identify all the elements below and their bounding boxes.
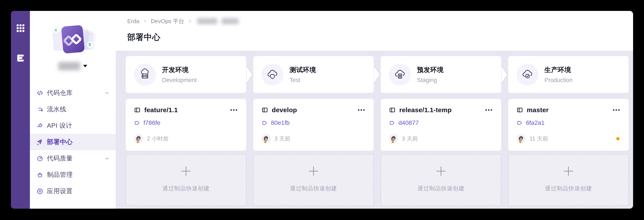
sidebar-item[interactable]: 应用设置	[30, 183, 116, 199]
ellipsis-icon	[612, 109, 620, 111]
quick-create-label: 通过制品快速创建	[290, 185, 337, 192]
last-deploy-time: 3 天前	[274, 135, 358, 142]
tag-icon	[262, 120, 268, 126]
sidebar-item-label: API 设计	[47, 121, 101, 130]
env-title: 预发环境	[417, 66, 444, 74]
deployment-card[interactable]: master 6fa2a1	[508, 99, 629, 151]
cloud-document-icon	[394, 68, 406, 81]
plug-icon	[36, 122, 44, 129]
env-card-production: 生产环境 Production	[508, 56, 629, 93]
cloud-shield-icon	[266, 68, 279, 81]
erda-logo	[30, 20, 116, 58]
sidebar-item[interactable]: 部署中心	[30, 134, 116, 150]
project-name-redacted	[58, 62, 80, 70]
breadcrumb-item-redacted[interactable]	[197, 18, 217, 24]
tag-icon	[516, 120, 522, 126]
app-grid-button[interactable]	[16, 24, 25, 32]
env-icon-circle	[134, 64, 156, 86]
commit-hash-link[interactable]: d40877	[398, 120, 419, 126]
app-window-icon	[516, 107, 523, 113]
quick-create-row: 通过制品快速创建 通过制品快速创建 通过制品快速创建 通过制品快速创建	[126, 154, 629, 206]
sidebar-item[interactable]: API 设计	[30, 118, 116, 134]
breadcrumb-item-devops[interactable]: DevOps 平台	[151, 18, 184, 25]
last-deploy-time: 11 天前	[530, 135, 612, 142]
content: 开发环境 Development 测试环境	[116, 51, 633, 209]
deployment-card[interactable]: release/1.1-temp d40877	[381, 99, 501, 151]
basket-icon	[36, 171, 44, 178]
env-title: 生产环境	[544, 66, 572, 74]
plus-icon	[436, 166, 446, 176]
env-icon-circle	[516, 64, 538, 86]
page-header: Erda DevOps 平台 部署中心	[116, 11, 633, 51]
chevron-right-icon	[144, 19, 146, 23]
quick-create-card[interactable]: 通过制品快速创建	[126, 154, 246, 206]
sidebar-item[interactable]: 代码质量	[30, 150, 116, 166]
breadcrumb: Erda DevOps 平台	[127, 18, 633, 25]
env-icon-circle	[389, 64, 411, 86]
env-subtitle: Production	[544, 77, 572, 84]
quick-create-card[interactable]: 通过制品快速创建	[508, 154, 629, 206]
tag-icon	[134, 120, 140, 126]
sidebar: 代码仓库 流水线 API 设计	[30, 11, 116, 209]
ellipsis-icon	[358, 109, 365, 111]
flow-arrow-icon	[373, 64, 382, 86]
more-actions-button[interactable]	[230, 108, 238, 112]
branch-name: release/1.1-temp	[399, 106, 481, 114]
breadcrumb-item-erda[interactable]: Erda	[127, 18, 139, 25]
sidebar-menu: 代码仓库 流水线 API 设计	[30, 85, 116, 199]
page-title: 部署中心	[127, 32, 633, 43]
logo-badge-right	[87, 41, 94, 48]
commit-hash-link[interactable]: 80e1fb	[271, 120, 290, 126]
quick-create-label: 通过制品快速创建	[545, 185, 592, 192]
plus-icon	[563, 166, 574, 176]
breadcrumb-item-redacted[interactable]	[222, 18, 238, 24]
sidebar-item-label: 流水线	[47, 105, 101, 114]
more-actions-button[interactable]	[612, 108, 620, 112]
chevron-right-icon	[188, 19, 192, 23]
main-area: Erda DevOps 平台 部署中心	[116, 11, 633, 209]
chevron-down-icon	[104, 90, 110, 96]
last-deploy-time: 2 小时前	[147, 135, 230, 142]
gauge-icon	[36, 155, 44, 162]
branch-name: master	[527, 106, 608, 114]
env-card-staging: 预发环境 Staging	[381, 56, 501, 93]
chevron-down-icon	[104, 156, 110, 161]
plus-icon	[308, 166, 319, 176]
env-icon-circle	[262, 64, 283, 86]
rocket-icon	[36, 138, 44, 146]
sidebar-item[interactable]: 代码仓库	[30, 85, 116, 101]
sidebar-item-label: 部署中心	[47, 138, 101, 146]
avatar	[389, 134, 398, 143]
notification-dot	[616, 137, 620, 140]
avatar	[516, 134, 526, 143]
sidebar-item-label: 应用设置	[47, 187, 101, 196]
logo-badge-left	[53, 27, 59, 33]
env-title: 开发环境	[162, 66, 197, 74]
app-window-icon	[262, 107, 268, 113]
sidebar-item[interactable]: 制品管理	[30, 166, 116, 183]
caret-down-icon	[83, 65, 87, 68]
commit-hash-link[interactable]: 6fa2a1	[526, 120, 545, 126]
project-selector[interactable]	[30, 62, 116, 70]
app-window-icon	[134, 107, 140, 113]
env-subtitle: Staging	[417, 77, 444, 84]
cloud-server-icon	[138, 68, 151, 81]
sidebar-item[interactable]: 流水线	[30, 101, 116, 118]
quick-create-card[interactable]: 通过制品快速创建	[253, 154, 374, 206]
plus-icon	[181, 166, 191, 176]
app-rail	[11, 11, 30, 209]
pipeline-icon	[36, 106, 44, 113]
env-title: 测试环境	[290, 66, 316, 74]
more-actions-button[interactable]	[485, 108, 493, 112]
more-actions-button[interactable]	[357, 108, 366, 112]
avatar	[262, 134, 271, 143]
deployment-card[interactable]: feature/1.1 f786fe	[126, 99, 246, 151]
flow-arrow-icon	[500, 64, 509, 86]
deployment-card[interactable]: develop 80e1fb	[253, 99, 374, 151]
tag-icon	[389, 120, 395, 126]
commit-hash-link[interactable]: f786fe	[144, 120, 160, 126]
sidebar-item-label: 制品管理	[47, 170, 101, 179]
quick-create-card[interactable]: 通过制品快速创建	[381, 154, 501, 206]
sidebar-item-label: 代码仓库	[47, 88, 101, 97]
environment-row: 开发环境 Development 测试环境	[126, 56, 629, 93]
